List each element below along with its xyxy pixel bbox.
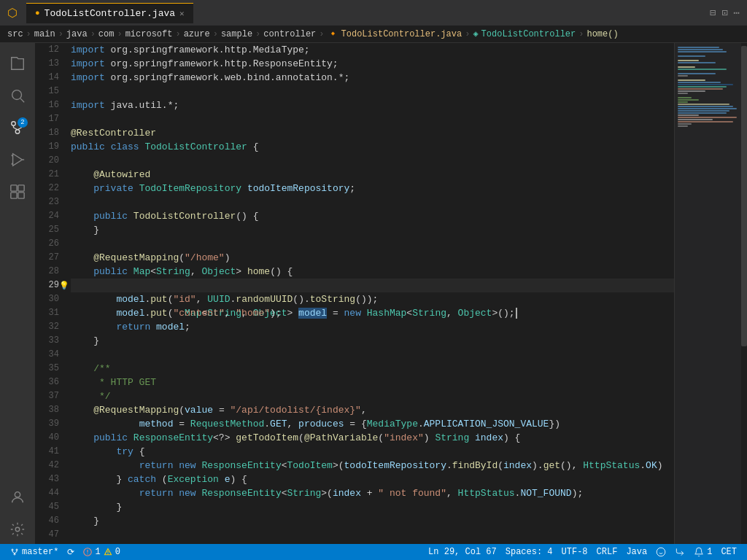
code-line-37[interactable]: */ [71, 389, 674, 403]
code-line-45[interactable]: } [71, 500, 674, 514]
code-line-28[interactable]: public Map<String, Object> home() { [71, 265, 674, 279]
line-num-22: 22 [41, 182, 59, 195]
active-tab[interactable]: ● TodoListController.java ✕ [26, 3, 193, 23]
code-line-24[interactable]: public TodoListController() { [71, 209, 674, 223]
code-line-12[interactable]: import org.springframework.http.MediaTyp… [71, 43, 674, 57]
status-line-ending[interactable]: CRLF [592, 544, 622, 560]
line-num-46: 46 [41, 514, 59, 528]
status-branch[interactable]: master* [6, 544, 63, 560]
status-feedback[interactable] [651, 544, 670, 560]
code-line-35[interactable]: /** [71, 362, 674, 376]
status-sync[interactable]: ⟳ [63, 544, 79, 560]
branch-icon [10, 548, 19, 556]
code-line-25[interactable]: } [71, 223, 674, 237]
activity-source-control[interactable]: 2 [3, 113, 32, 142]
editor-area: 12 13 14 15 16 17 18 19 20 21 22 23 24 2… [35, 43, 747, 544]
svg-rect-16 [18, 192, 24, 198]
breadcrumb-main[interactable]: main [34, 29, 55, 39]
code-editor[interactable]: 12 13 14 15 16 17 18 19 20 21 22 23 24 2… [35, 43, 674, 544]
breadcrumb-java[interactable]: java [66, 29, 88, 39]
breadcrumb-com[interactable]: com [98, 29, 115, 39]
code-line-21[interactable]: @Autowired [71, 168, 674, 182]
activity-debug[interactable] [3, 145, 32, 174]
activity-accounts[interactable] [3, 483, 32, 512]
breadcrumb-method[interactable]: home() [587, 29, 618, 39]
code-line-39[interactable]: method = RequestMethod.GET, produces = {… [71, 417, 674, 431]
status-spaces[interactable]: Spaces: 4 [501, 544, 557, 560]
breadcrumb-class[interactable]: TodoListController [481, 29, 576, 39]
activity-search[interactable] [3, 81, 32, 110]
feedback-icon [656, 547, 666, 557]
notification-icon [694, 547, 704, 557]
status-encoding[interactable]: UTF-8 [557, 544, 592, 560]
line-num-41: 41 [41, 445, 59, 459]
error-count: 1 [95, 547, 100, 557]
code-line-22[interactable]: private TodoItemRepository todoItemRepos… [71, 182, 674, 195]
warning-count: 0 [115, 547, 120, 557]
code-line-18[interactable]: @RestController [71, 126, 674, 140]
svg-line-1 [20, 98, 24, 102]
svg-point-4 [15, 130, 20, 134]
code-line-29[interactable]: 💡 Map<String, Object> model = new HashMa… [71, 279, 674, 292]
status-notifications[interactable]: 1 [689, 544, 716, 560]
title-bar: ⬡ ● TodoListController.java ✕ ⊟ ⊡ ⋯ [0, 0, 747, 26]
code-line-46[interactable]: } [71, 514, 674, 528]
code-line-27[interactable]: @RequestMapping("/home") [71, 251, 674, 265]
code-line-41[interactable]: try { [71, 445, 674, 459]
tab-title: TodoListController.java [44, 8, 175, 19]
line-num-44: 44 [41, 486, 59, 500]
code-line-20[interactable] [71, 154, 674, 168]
line-num-21: 21 [41, 168, 59, 182]
breadcrumb-controller[interactable]: controller [263, 29, 316, 39]
svg-point-30 [107, 553, 108, 554]
code-line-47[interactable] [71, 528, 674, 542]
notification-count: 1 [707, 547, 712, 557]
svg-point-20 [16, 549, 18, 551]
breadcrumb-sample[interactable]: sample [221, 29, 252, 39]
code-line-30[interactable]: model.put("id", UUID.randomUUID().toStri… [71, 292, 674, 306]
line-num-39: 39 [41, 417, 59, 431]
breadcrumb-src[interactable]: src [7, 29, 23, 39]
code-line-42[interactable]: return new ResponseEntity<TodoItem>(todo… [71, 459, 674, 472]
svg-point-19 [12, 549, 13, 551]
code-line-16[interactable]: import java.util.*; [71, 98, 674, 112]
line-num-47: 47 [41, 528, 59, 542]
code-line-44[interactable]: return new ResponseEntity<String>(index … [71, 486, 674, 500]
split-editor-icon[interactable]: ⊟ [710, 7, 716, 19]
line-num-38: 38 [41, 403, 59, 417]
code-line-40[interactable]: public ResponseEntity<?> getTodoItem(@Pa… [71, 431, 674, 445]
activity-extensions[interactable] [3, 177, 32, 206]
code-line-36[interactable]: * HTTP GET [71, 376, 674, 389]
code-line-23[interactable] [71, 195, 674, 209]
code-line-17[interactable] [71, 112, 674, 126]
tab-close-button[interactable]: ✕ [179, 9, 185, 18]
code-line-31[interactable]: model.put("content", "home"); [71, 306, 674, 320]
code-line-15[interactable] [71, 85, 674, 98]
status-timezone[interactable]: CET [716, 544, 741, 560]
status-remote[interactable] [670, 544, 689, 560]
code-line-13[interactable]: import org.springframework.http.Response… [71, 57, 674, 71]
code-line-32[interactable]: return model; [71, 320, 674, 334]
status-position[interactable]: Ln 29, Col 67 [424, 544, 501, 560]
more-actions-icon[interactable]: ⋯ [734, 7, 740, 19]
code-line-19[interactable]: public class TodoListController { [71, 140, 674, 154]
code-line-14[interactable]: import org.springframework.web.bind.anno… [71, 71, 674, 85]
svg-point-21 [14, 553, 15, 555]
code-line-38[interactable]: @RequestMapping(value = "/api/todolist/{… [71, 403, 674, 417]
breadcrumb-azure[interactable]: azure [184, 29, 210, 39]
code-line-34[interactable] [71, 348, 674, 362]
line-num-17: 17 [41, 112, 59, 126]
layout-icon[interactable]: ⊡ [721, 7, 727, 19]
line-num-15: 15 [41, 85, 59, 98]
activity-explorer[interactable] [3, 49, 32, 78]
activity-settings[interactable] [3, 515, 32, 544]
breadcrumb-microsoft[interactable]: microsoft [125, 29, 173, 39]
breadcrumb-file[interactable]: TodoListController.java [341, 29, 462, 39]
code-line-26[interactable] [71, 237, 674, 251]
code-line-33[interactable]: } [71, 334, 674, 348]
code-lines[interactable]: import org.springframework.http.MediaTyp… [68, 43, 674, 544]
code-line-43[interactable]: } catch (Exception e) { [71, 472, 674, 486]
status-language[interactable]: Java [622, 544, 651, 560]
svg-rect-13 [11, 185, 17, 191]
status-errors[interactable]: 1 0 [79, 544, 124, 560]
